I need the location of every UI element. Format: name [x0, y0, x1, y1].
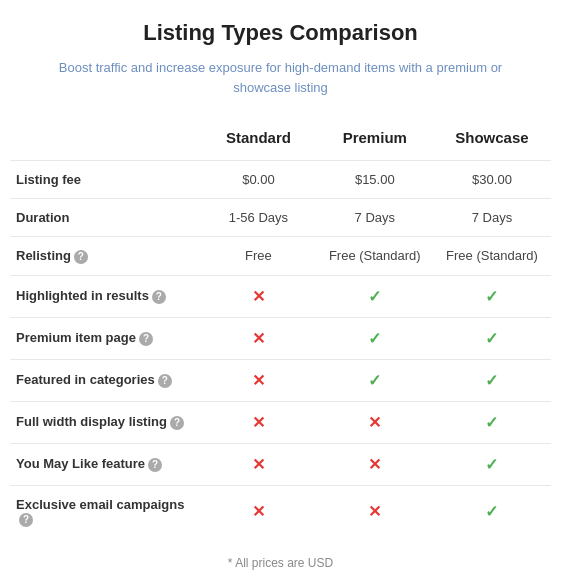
- help-icon[interactable]: ?: [170, 416, 184, 430]
- row-standard: ✕: [200, 443, 316, 485]
- check-icon: ✓: [485, 503, 498, 520]
- row-premium: ✕: [317, 401, 433, 443]
- row-premium: ✓: [317, 275, 433, 317]
- check-icon: ✓: [485, 414, 498, 431]
- help-icon[interactable]: ?: [19, 513, 33, 527]
- row-premium: ✓: [317, 317, 433, 359]
- row-premium: 7 Days: [317, 199, 433, 237]
- check-icon: ✓: [485, 288, 498, 305]
- col-header-standard: Standard: [200, 121, 316, 161]
- row-label: Relisting?: [10, 237, 200, 276]
- cross-icon: ✕: [252, 372, 265, 389]
- row-premium: ✓: [317, 359, 433, 401]
- row-standard: ✕: [200, 401, 316, 443]
- cross-icon: ✕: [252, 456, 265, 473]
- row-standard: ✕: [200, 317, 316, 359]
- table-row: Relisting?FreeFree (Standard)Free (Stand…: [10, 237, 551, 276]
- col-header-premium: Premium: [317, 121, 433, 161]
- help-icon[interactable]: ?: [139, 332, 153, 346]
- row-standard: $0.00: [200, 161, 316, 199]
- row-showcase: Free (Standard): [433, 237, 551, 276]
- col-header-showcase: Showcase: [433, 121, 551, 161]
- table-row: Featured in categories?✕✓✓: [10, 359, 551, 401]
- row-showcase: ✓: [433, 359, 551, 401]
- table-row: Duration1-56 Days7 Days7 Days: [10, 199, 551, 237]
- help-icon[interactable]: ?: [148, 458, 162, 472]
- row-premium: Free (Standard): [317, 237, 433, 276]
- row-showcase: $30.00: [433, 161, 551, 199]
- row-label: Exclusive email campaigns?: [10, 485, 200, 538]
- cross-icon: ✕: [368, 503, 381, 520]
- help-icon[interactable]: ?: [158, 374, 172, 388]
- cross-icon: ✕: [368, 414, 381, 431]
- table-row: You May Like feature?✕✕✓: [10, 443, 551, 485]
- help-icon[interactable]: ?: [74, 250, 88, 264]
- row-standard: ✕: [200, 485, 316, 538]
- row-label: Listing fee: [10, 161, 200, 199]
- table-row: Full width display listing?✕✕✓: [10, 401, 551, 443]
- row-premium: $15.00: [317, 161, 433, 199]
- cross-icon: ✕: [252, 330, 265, 347]
- table-row: Highlighted in results?✕✓✓: [10, 275, 551, 317]
- row-label: Featured in categories?: [10, 359, 200, 401]
- check-icon: ✓: [485, 330, 498, 347]
- row-premium: ✕: [317, 443, 433, 485]
- check-icon: ✓: [485, 372, 498, 389]
- row-label: Premium item page?: [10, 317, 200, 359]
- subtitle: Boost traffic and increase exposure for …: [10, 58, 551, 97]
- row-label: You May Like feature?: [10, 443, 200, 485]
- row-showcase: ✓: [433, 485, 551, 538]
- row-showcase: 7 Days: [433, 199, 551, 237]
- row-standard: 1-56 Days: [200, 199, 316, 237]
- row-label: Full width display listing?: [10, 401, 200, 443]
- check-icon: ✓: [368, 288, 381, 305]
- cross-icon: ✕: [252, 414, 265, 431]
- table-row: Listing fee$0.00$15.00$30.00: [10, 161, 551, 199]
- footnote: * All prices are USD: [10, 556, 551, 570]
- table-row: Exclusive email campaigns?✕✕✓: [10, 485, 551, 538]
- check-icon: ✓: [368, 330, 381, 347]
- row-standard: ✕: [200, 275, 316, 317]
- row-showcase: ✓: [433, 443, 551, 485]
- cross-icon: ✕: [368, 456, 381, 473]
- col-header-label: [10, 121, 200, 161]
- row-label: Highlighted in results?: [10, 275, 200, 317]
- row-showcase: ✓: [433, 275, 551, 317]
- cross-icon: ✕: [252, 288, 265, 305]
- row-showcase: ✓: [433, 401, 551, 443]
- page-title: Listing Types Comparison: [10, 20, 551, 46]
- table-row: Premium item page?✕✓✓: [10, 317, 551, 359]
- row-standard: Free: [200, 237, 316, 276]
- row-label: Duration: [10, 199, 200, 237]
- comparison-table: Standard Premium Showcase Listing fee$0.…: [10, 121, 551, 538]
- row-showcase: ✓: [433, 317, 551, 359]
- help-icon[interactable]: ?: [152, 290, 166, 304]
- row-standard: ✕: [200, 359, 316, 401]
- check-icon: ✓: [368, 372, 381, 389]
- cross-icon: ✕: [252, 503, 265, 520]
- check-icon: ✓: [485, 456, 498, 473]
- row-premium: ✕: [317, 485, 433, 538]
